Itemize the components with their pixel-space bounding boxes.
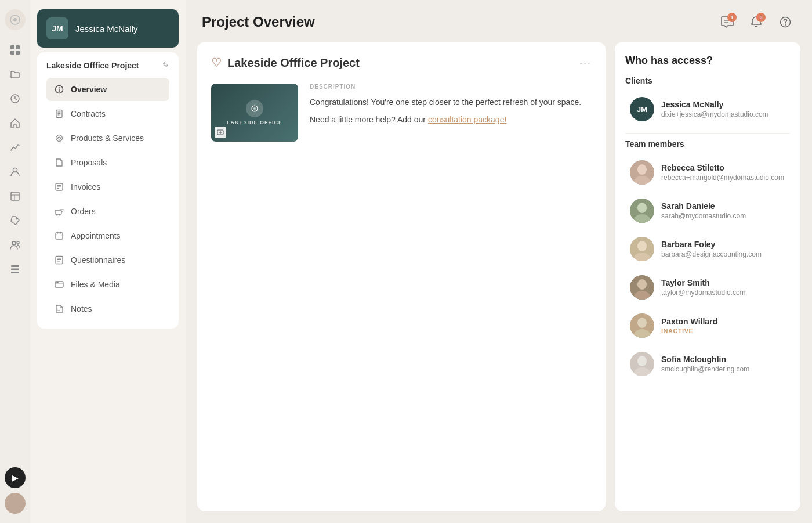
nav-item-orders[interactable]: Orders [46, 200, 169, 223]
project-title-row: Lakeside Offfice Project ✎ [46, 60, 169, 71]
access-title: Who has access? [625, 55, 790, 67]
nav-items: Overview Contracts [46, 78, 169, 320]
divider [625, 133, 790, 134]
header-actions: 1 6 [717, 12, 796, 33]
team-avatar-ts [630, 275, 654, 300]
messages-badge: 1 [727, 13, 737, 22]
icon-rail: ▶ [0, 0, 30, 523]
svg-point-61 [637, 279, 647, 290]
svg-point-52 [637, 164, 647, 175]
team-label: Team members [625, 139, 790, 149]
questionnaires-icon [53, 254, 65, 266]
svg-point-24 [56, 135, 63, 142]
svg-rect-3 [16, 45, 20, 49]
nav-item-proposals[interactable]: Proposals [46, 151, 169, 174]
description-content: DESCRIPTION Congratulations! You're one … [310, 84, 581, 142]
more-options-button[interactable]: ··· [579, 57, 592, 69]
main-content: Project Overview 1 6 [186, 0, 812, 523]
team-info-sm: Sofia Mcloughlin smcloughlin@rendering.c… [661, 355, 785, 373]
grid-nav-icon[interactable] [5, 39, 26, 60]
client-header[interactable]: JM Jessica McNally [37, 9, 179, 48]
team-name-sd: Sarah Daniele [661, 201, 785, 211]
overview-title-text: Lakeside Offfice Project [227, 56, 360, 70]
help-button[interactable] [775, 12, 796, 33]
consultation-link[interactable]: consultation package! [428, 115, 506, 124]
svg-point-49 [253, 107, 256, 110]
description-line1: Congratulations! You're one step closer … [310, 96, 581, 109]
team-row-sm[interactable]: Sofia Mcloughlin smcloughlin@rendering.c… [625, 346, 790, 382]
team-name-rs: Rebecca Stiletto [661, 163, 785, 172]
contracts-icon [53, 108, 65, 120]
rail-bottom-actions: ▶ [5, 467, 26, 514]
page-title: Project Overview [202, 14, 315, 30]
svg-rect-14 [11, 265, 19, 267]
project-card: Lakeside Offfice Project ✎ Overview [37, 52, 179, 329]
team-email-ts: taylor@mydomastudio.com [661, 288, 785, 297]
user-avatar[interactable] [5, 493, 26, 514]
person-nav-icon[interactable] [5, 161, 26, 182]
nav-label-appointments: Appointments [71, 231, 121, 240]
nav-item-appointments[interactable]: Appointments [46, 224, 169, 247]
client-row-jm[interactable]: JM Jessica McNally dixie+jessica@mydomas… [625, 91, 790, 127]
svg-rect-4 [10, 51, 14, 55]
nav-item-questionnaires[interactable]: Questionnaires [46, 248, 169, 272]
nav-label-invoices: Invoices [71, 182, 100, 192]
top-header: Project Overview 1 6 [186, 0, 812, 42]
svg-point-55 [637, 203, 647, 213]
proposals-icon [53, 157, 65, 168]
description-section: LAKESIDE OFFICE DESCRIPTION Congratulati… [211, 84, 592, 142]
team-avatar-rs [630, 160, 654, 185]
table-nav-icon[interactable] [5, 186, 26, 207]
team-row-bf[interactable]: Barbara Foley barbara@designaccounting.c… [625, 231, 790, 267]
play-button[interactable]: ▶ [5, 467, 26, 488]
right-panel: Who has access? Clients JM Jessica McNal… [615, 42, 800, 511]
team-row-sd[interactable]: Sarah Daniele sarah@mydomastudio.com [625, 193, 790, 229]
team-info-sd: Sarah Daniele sarah@mydomastudio.com [661, 201, 785, 220]
nav-item-files[interactable]: Files & Media [46, 273, 169, 296]
folder-nav-icon[interactable] [5, 64, 26, 85]
sidebar: JM Jessica McNally Lakeside Offfice Proj… [30, 0, 186, 523]
nav-item-contracts[interactable]: Contracts [46, 102, 169, 125]
list-nav-icon[interactable] [5, 259, 26, 280]
nav-item-invoices[interactable]: Invoices [46, 175, 169, 199]
team-info-bf: Barbara Foley barbara@designaccounting.c… [661, 240, 785, 258]
team-email-sd: sarah@mydomastudio.com [661, 212, 785, 220]
nav-item-products[interactable]: Products & Services [46, 127, 169, 150]
svg-point-13 [17, 241, 19, 244]
team-email-rs: rebecca+marigold@mydomastudio.com [661, 174, 785, 182]
team-name-ts: Taylor Smith [661, 278, 785, 287]
nav-label-contracts: Contracts [71, 109, 106, 118]
home-nav-icon[interactable] [5, 113, 26, 134]
team-row-pw[interactable]: Paxton Willard INACTIVE [625, 308, 790, 344]
products-icon [53, 132, 65, 144]
clients-label: Clients [625, 76, 790, 85]
svg-point-31 [59, 214, 61, 216]
clock-nav-icon[interactable] [5, 88, 26, 109]
team-row-rs[interactable]: Rebecca Stiletto rebecca+marigold@mydoma… [625, 154, 790, 190]
svg-rect-29 [55, 210, 61, 214]
svg-point-58 [637, 241, 647, 251]
notifications-button[interactable]: 6 [746, 12, 767, 33]
chart-nav-icon[interactable] [5, 137, 26, 158]
team-name-pw: Paxton Willard [661, 317, 785, 326]
nav-label-questionnaires: Questionnaires [71, 255, 125, 265]
team-avatar-bf [630, 237, 654, 261]
svg-point-11 [16, 218, 18, 220]
overview-title: ♡ Lakeside Offfice Project [211, 56, 360, 70]
appointments-icon [53, 230, 65, 241]
team-info-pw: Paxton Willard INACTIVE [661, 317, 785, 334]
nav-item-overview[interactable]: Overview [46, 78, 169, 101]
overview-icon [53, 84, 65, 95]
tag-nav-icon[interactable] [5, 210, 26, 231]
nav-item-notes[interactable]: Notes [46, 297, 169, 320]
edit-project-icon[interactable]: ✎ [162, 60, 169, 70]
svg-point-12 [12, 241, 16, 245]
team-row-ts[interactable]: Taylor Smith taylor@mydomastudio.com [625, 269, 790, 305]
svg-point-1 [13, 18, 17, 21]
svg-point-64 [637, 318, 647, 328]
person2-nav-icon[interactable] [5, 235, 26, 255]
client-email-jm: dixie+jessica@mydomastudio.com [661, 110, 785, 118]
team-avatar-sm [630, 352, 654, 376]
invoices-icon [53, 181, 65, 193]
messages-button[interactable]: 1 [717, 12, 738, 33]
